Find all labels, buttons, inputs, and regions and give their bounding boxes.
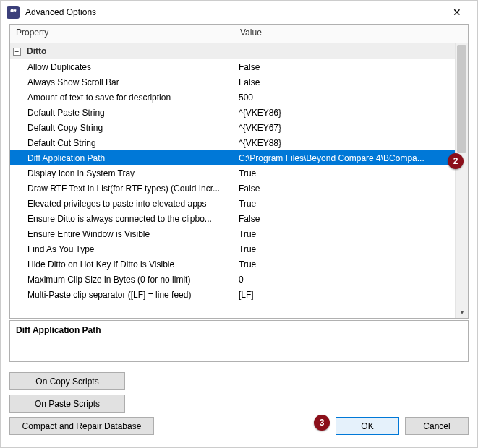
description-panel: Diff Application Path — [9, 320, 469, 362]
app-icon: ❝❞ — [7, 6, 20, 19]
property-value[interactable]: False — [234, 62, 455, 72]
property-name: Maximum Clip Size in Bytes (0 for no lim… — [10, 275, 234, 285]
annotation-badge-3: 3 — [314, 415, 330, 431]
property-grid: Property Value − Ditto Allow DuplicatesF… — [9, 24, 469, 319]
property-value[interactable]: [LF] — [234, 290, 455, 300]
advanced-options-dialog: ❝❞ Advanced Options ✕ Property Value − D… — [0, 0, 478, 448]
header-property[interactable]: Property — [10, 25, 234, 43]
property-value[interactable]: True — [234, 168, 455, 178]
scroll-down-icon[interactable]: ▾ — [456, 306, 468, 318]
property-row[interactable]: Ensure Ditto is always connected to the … — [10, 211, 455, 226]
property-value[interactable]: 0 — [234, 275, 455, 285]
group-row-ditto[interactable]: − Ditto — [10, 43, 455, 59]
property-name: Always Show Scroll Bar — [10, 77, 234, 87]
on-paste-scripts-button[interactable]: On Paste Scripts — [9, 395, 125, 413]
property-name: Ensure Ditto is always connected to the … — [10, 214, 234, 224]
property-name: Default Cut String — [10, 138, 234, 148]
collapse-icon[interactable]: − — [13, 48, 21, 56]
property-row[interactable]: Display Icon in System TrayTrue — [10, 165, 455, 181]
property-row[interactable]: Find As You TypeTrue — [10, 241, 455, 257]
property-name: Display Icon in System Tray — [10, 168, 234, 178]
property-row[interactable]: Draw RTF Text in List(for RTF types) (Co… — [10, 181, 455, 196]
property-row[interactable]: Diff Application PathC:\Program Files\Be… — [10, 150, 455, 165]
property-value[interactable]: 500 — [234, 92, 455, 103]
scrollbar-thumb[interactable] — [457, 45, 466, 153]
property-name: Elevated privileges to paste into elevat… — [10, 199, 234, 209]
property-row[interactable]: Default Cut String^{VKEY88} — [10, 135, 455, 150]
property-row[interactable]: Default Copy String^{VKEY67} — [10, 120, 455, 135]
compact-repair-button[interactable]: Compact and Repair Database — [9, 417, 154, 435]
bottom-bar: On Copy Scripts On Paste Scripts Compact… — [9, 372, 469, 435]
property-name: Diff Application Path — [10, 153, 234, 163]
property-row[interactable]: Ensure Entire Window is VisibleTrue — [10, 226, 455, 241]
vertical-scrollbar[interactable]: ▾ — [455, 43, 468, 318]
property-value[interactable]: ^{VKEY88} — [234, 138, 455, 148]
left-buttons: On Copy Scripts On Paste Scripts Compact… — [9, 372, 154, 435]
property-value[interactable]: True — [234, 259, 455, 270]
property-value[interactable]: False — [234, 77, 455, 87]
property-name: Draw RTF Text in List(for RTF types) (Co… — [10, 184, 234, 194]
property-name: Amount of text to save for description — [10, 92, 234, 103]
property-value[interactable]: False — [234, 214, 455, 224]
property-name: Hide Ditto on Hot Key if Ditto is Visibl… — [10, 259, 234, 270]
property-row[interactable]: Maximum Clip Size in Bytes (0 for no lim… — [10, 272, 455, 287]
ok-button[interactable]: OK — [336, 417, 399, 435]
on-copy-scripts-button[interactable]: On Copy Scripts — [9, 372, 125, 390]
property-name: Multi-Paste clip separator ([LF] = line … — [10, 290, 234, 300]
group-label: Ditto — [27, 46, 46, 56]
property-value[interactable]: True — [234, 199, 455, 209]
window-title: Advanced Options — [25, 7, 443, 17]
header-value[interactable]: Value — [234, 25, 468, 43]
property-name: Default Copy String — [10, 123, 234, 133]
property-name: Find As You Type — [10, 244, 234, 254]
property-row[interactable]: Elevated privileges to paste into elevat… — [10, 196, 455, 211]
close-icon[interactable]: ✕ — [443, 2, 471, 22]
property-row[interactable]: Multi-Paste clip separator ([LF] = line … — [10, 287, 455, 302]
dialog-content: Property Value − Ditto Allow DuplicatesF… — [1, 24, 477, 447]
titlebar: ❝❞ Advanced Options ✕ — [1, 1, 477, 24]
property-row[interactable]: Amount of text to save for description50… — [10, 90, 455, 105]
grid-rows: − Ditto Allow DuplicatesFalseAlways Show… — [10, 43, 455, 318]
property-value[interactable]: ^{VKEY67} — [234, 123, 455, 133]
grid-body: − Ditto Allow DuplicatesFalseAlways Show… — [10, 43, 468, 318]
property-value[interactable]: True — [234, 244, 455, 254]
property-row[interactable]: Always Show Scroll BarFalse — [10, 74, 455, 90]
cancel-button[interactable]: Cancel — [405, 417, 469, 435]
property-value[interactable]: C:\Program Files\Beyond Compare 4\BCompa… — [234, 153, 455, 163]
property-value[interactable]: False — [234, 184, 455, 194]
property-row[interactable]: Hide Ditto on Hot Key if Ditto is Visibl… — [10, 257, 455, 272]
grid-header: Property Value — [10, 25, 468, 43]
property-value[interactable]: ^{VKEY86} — [234, 108, 455, 118]
property-name: Ensure Entire Window is Visible — [10, 229, 234, 239]
property-row[interactable]: Allow DuplicatesFalse — [10, 59, 455, 74]
property-value[interactable]: True — [234, 229, 455, 239]
property-row[interactable]: Default Paste String^{VKEY86} — [10, 105, 455, 120]
description-title: Diff Application Path — [16, 325, 462, 335]
property-name: Default Paste String — [10, 108, 234, 118]
property-name: Allow Duplicates — [10, 62, 234, 72]
